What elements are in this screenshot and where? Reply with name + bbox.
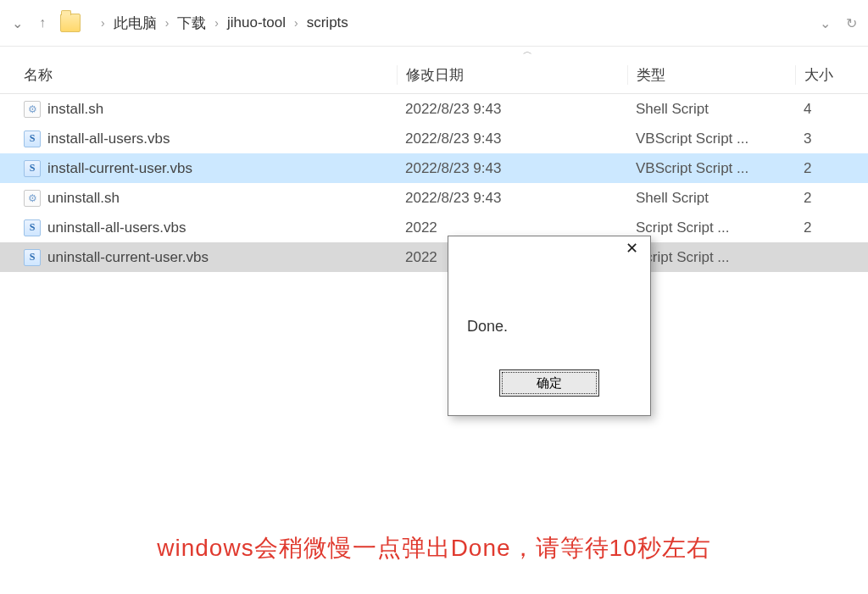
file-type: Shell Script	[627, 190, 795, 207]
collapse-caret-icon[interactable]: ︿	[186, 47, 868, 57]
chevron-right-icon: ›	[101, 16, 105, 30]
file-row[interactable]: Sinstall-all-users.vbs2022/8/23 9:43VBSc…	[0, 124, 868, 153]
breadcrumb-seg-1[interactable]: 下载	[177, 14, 206, 33]
file-size: 2	[795, 160, 868, 177]
folder-icon	[60, 14, 81, 32]
file-name: uninstall-current-user.vbs	[47, 249, 209, 266]
file-name: uninstall.sh	[47, 190, 120, 207]
file-name: install.sh	[47, 101, 103, 118]
file-row[interactable]: ⚙uninstall.sh2022/8/23 9:43Shell Script2	[0, 183, 868, 213]
message-dialog: ✕ Done. 确定	[448, 236, 651, 416]
annotation-text: windows会稍微慢一点弹出Done，请等待10秒左右	[0, 532, 868, 564]
file-name: install-all-users.vbs	[47, 130, 170, 147]
dialog-message: Done.	[448, 267, 650, 369]
sh-file-icon: ⚙	[24, 101, 41, 118]
column-header-type[interactable]: 类型	[627, 65, 795, 85]
file-size: 3	[795, 130, 868, 147]
column-header-date[interactable]: 修改日期	[397, 65, 627, 85]
dialog-titlebar: ✕	[448, 236, 650, 267]
vbs-file-icon: S	[24, 219, 41, 236]
file-date: 2022	[397, 219, 627, 236]
column-headers: 名称 修改日期 类型 大小	[0, 57, 868, 94]
file-name: install-current-user.vbs	[47, 160, 192, 177]
file-date: 2022/8/23 9:43	[397, 130, 627, 147]
file-date: 2022/8/23 9:43	[397, 101, 627, 118]
chevron-right-icon: ›	[294, 16, 298, 30]
file-name: uninstall-all-users.vbs	[47, 219, 186, 236]
ok-button[interactable]: 确定	[499, 369, 599, 397]
close-icon[interactable]: ✕	[613, 236, 650, 260]
file-date: 2022/8/23 9:43	[397, 160, 627, 177]
file-size: 2	[795, 190, 868, 207]
column-header-name[interactable]: 名称	[0, 65, 397, 85]
file-type: VBScript Script ...	[627, 130, 795, 147]
sh-file-icon: ⚙	[24, 190, 41, 207]
vbs-file-icon: S	[24, 160, 41, 177]
address-dropdown-icon[interactable]: ⌄	[820, 15, 831, 31]
column-header-size[interactable]: 大小	[795, 65, 868, 85]
breadcrumb-seg-2[interactable]: jihuo-tool	[227, 14, 286, 31]
file-size: 4	[795, 101, 868, 118]
breadcrumb-seg-0[interactable]: 此电脑	[114, 14, 157, 33]
file-type: Shell Script	[627, 101, 795, 118]
file-type: Script Script ...	[627, 219, 795, 236]
file-row[interactable]: Suninstall-current-user.vbs2022Script Sc…	[0, 242, 868, 272]
address-bar: ⌄ ↑ › 此电脑 › 下载 › jihuo-tool › scripts ⌄ …	[0, 0, 868, 47]
file-type: VBScript Script ...	[627, 160, 795, 177]
breadcrumb-seg-3[interactable]: scripts	[307, 14, 348, 31]
file-size: 2	[795, 219, 868, 236]
vbs-file-icon: S	[24, 130, 41, 147]
refresh-icon[interactable]: ↻	[846, 15, 857, 31]
file-row[interactable]: Sinstall-current-user.vbs2022/8/23 9:43V…	[0, 153, 868, 183]
file-date: 2022/8/23 9:43	[397, 190, 627, 207]
file-list: ⚙install.sh2022/8/23 9:43Shell Script4Si…	[0, 94, 868, 272]
up-button[interactable]: ↑	[30, 10, 55, 36]
chevron-right-icon: ›	[165, 16, 170, 30]
chevron-right-icon: ›	[214, 16, 219, 30]
file-row[interactable]: ⚙install.sh2022/8/23 9:43Shell Script4	[0, 94, 868, 124]
file-row[interactable]: Suninstall-all-users.vbs2022Script Scrip…	[0, 213, 868, 242]
history-dropdown-icon[interactable]: ⌄	[4, 10, 30, 36]
breadcrumb: › 此电脑 › 下载 › jihuo-tool › scripts	[92, 14, 820, 33]
vbs-file-icon: S	[24, 249, 41, 266]
file-type: Script Script ...	[627, 249, 795, 266]
